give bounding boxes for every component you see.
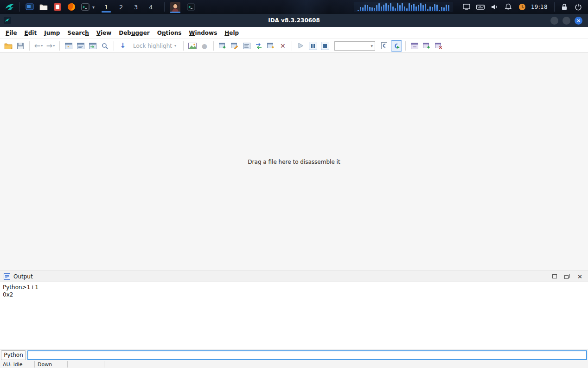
record-icon[interactable]: ● (199, 40, 210, 52)
separator (29, 41, 30, 51)
workspace-pager: 1234 (100, 1, 157, 13)
disassembly-drop-area[interactable]: Drag a file here to disassemble it (0, 53, 588, 271)
statusbar-au: AU: idle (0, 361, 34, 368)
taskbar-clock[interactable]: 19:18 (531, 4, 548, 10)
keyboard-icon[interactable] (475, 1, 486, 13)
separator (292, 41, 292, 51)
output-undock-button[interactable] (564, 275, 569, 279)
output-panel-title: Output (13, 273, 33, 280)
launcher-chevron-icon[interactable]: ▾ (92, 5, 95, 10)
menu-search[interactable]: Search (64, 28, 92, 38)
output-panel-controls: × (552, 273, 582, 279)
cli-row: Python (0, 349, 588, 361)
desktop: ▾ 1234 19:18 (0, 0, 588, 368)
minimize-button[interactable] (550, 17, 558, 25)
firefox-icon[interactable] (66, 1, 77, 13)
menu-windows[interactable]: Windows (185, 28, 221, 38)
python-cli-input[interactable] (27, 350, 587, 360)
file-manager-icon[interactable] (38, 1, 49, 13)
maximize-button[interactable] (562, 17, 570, 25)
workspace-2[interactable]: 2 (115, 1, 127, 13)
database-snapshot-icon[interactable] (187, 40, 198, 52)
workspace-1[interactable]: 1 (100, 1, 112, 13)
statusbar-blank (68, 361, 104, 368)
separator (183, 41, 184, 51)
separator (114, 41, 114, 51)
lock-icon[interactable] (559, 1, 570, 13)
navigate-forward-icon[interactable]: →▾ (45, 40, 56, 52)
rename-icon[interactable] (241, 40, 252, 52)
add-xref-icon[interactable] (253, 40, 264, 52)
debugger-combo[interactable]: ▾ (334, 41, 375, 51)
notifications-icon[interactable] (503, 1, 514, 13)
virtual-desktop-icon[interactable] (461, 1, 472, 13)
statusbar: AU: idle Down (0, 361, 588, 368)
jump-to-segment-icon[interactable] (75, 40, 86, 52)
save-file-icon[interactable] (15, 40, 26, 52)
navigate-back-icon[interactable]: ←▾ (33, 40, 44, 52)
window-controls: × (550, 17, 582, 25)
drop-hint-text: Drag a file here to disassemble it (248, 159, 340, 165)
image-window-task[interactable] (169, 1, 181, 13)
output-window-icon (4, 273, 10, 280)
audio-visualizer (354, 2, 453, 12)
volume-icon[interactable] (489, 1, 500, 13)
search-icon[interactable] (99, 40, 110, 52)
close-view-icon[interactable] (433, 40, 444, 52)
output-close-button[interactable]: × (577, 273, 582, 279)
lock-highlight-label: Lock highlight (133, 43, 172, 49)
menu-file[interactable]: File (2, 28, 21, 38)
ida-window: IDA v8.3.230608 × FileEditJumpSearchView… (0, 14, 588, 368)
window-pager-icon[interactable] (24, 1, 35, 13)
statusbar-status: Down (35, 361, 67, 368)
menu-help[interactable]: Help (221, 28, 243, 38)
separator (59, 41, 60, 51)
menu-edit[interactable]: Edit (21, 28, 41, 38)
terminal-launcher-icon[interactable] (80, 1, 91, 13)
pause-process-icon[interactable] (307, 40, 319, 52)
garuda-menu-icon[interactable] (4, 1, 15, 13)
toolbar: ←▾ →▾ ↓ Lock highlight▾ (0, 39, 588, 53)
output-console[interactable]: Python>1+1 0x2 (0, 282, 588, 349)
menu-debugger[interactable]: Debugger (115, 28, 153, 38)
terminal-window-task[interactable] (185, 1, 197, 13)
close-button[interactable]: × (575, 17, 582, 25)
jump-down-icon[interactable]: ↓ (117, 40, 128, 52)
workspace-3[interactable]: 3 (130, 1, 142, 13)
menu-view[interactable]: View (93, 28, 115, 38)
delete-function-icon[interactable]: ✕ (277, 40, 288, 52)
separator (554, 2, 555, 12)
separator (405, 41, 406, 51)
taskbar: ▾ 1234 19:18 (0, 0, 588, 14)
create-function-icon[interactable] (217, 40, 228, 52)
stop-process-icon[interactable] (320, 40, 331, 52)
window-title: IDA v8.3.230608 (0, 17, 588, 24)
menu-jump[interactable]: Jump (40, 28, 64, 38)
jump-by-name-icon[interactable] (63, 40, 74, 52)
quick-run-icon[interactable] (391, 40, 402, 52)
statusbar-filler (104, 361, 588, 368)
ida-app-icon[interactable] (4, 17, 11, 24)
power-icon[interactable] (573, 1, 584, 13)
jump-by-xref-icon[interactable] (87, 40, 98, 52)
produce-c-file-icon[interactable] (379, 40, 390, 52)
patch-icon[interactable] (265, 40, 276, 52)
menu-options[interactable]: Options (153, 28, 185, 38)
open-file-icon[interactable] (3, 40, 14, 52)
titlebar[interactable]: IDA v8.3.230608 × (0, 14, 588, 27)
output-panel-header[interactable]: Output × (0, 271, 588, 282)
lock-highlight-dropdown[interactable]: Lock highlight▾ (129, 42, 180, 50)
separator (19, 2, 20, 12)
document-viewer-icon[interactable] (52, 1, 63, 13)
workspace-4[interactable]: 4 (145, 1, 157, 13)
edit-function-icon[interactable] (229, 40, 240, 52)
separator (213, 41, 214, 51)
separator (164, 2, 165, 12)
open-subview-icon[interactable] (409, 40, 420, 52)
start-process-icon[interactable] (295, 40, 307, 52)
menubar: FileEditJumpSearchViewDebuggerOptionsWin… (0, 27, 588, 39)
output-float-button[interactable] (552, 274, 557, 278)
clock-icon[interactable] (517, 1, 528, 13)
python-cli-selector-button[interactable]: Python (1, 350, 26, 360)
add-view-icon[interactable] (421, 40, 432, 52)
